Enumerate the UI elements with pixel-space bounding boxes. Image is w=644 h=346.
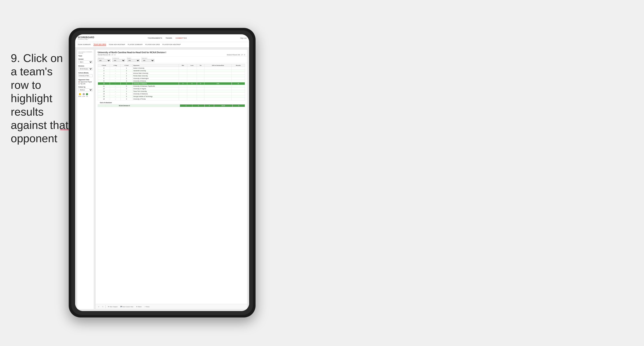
rank-cell: 6: [98, 75, 110, 77]
radio-top100[interactable]: Top 100: [78, 83, 92, 84]
reg-cell: -: [110, 85, 121, 87]
main-nav: TOURNAMENTS TEAMS COMMITTEE: [148, 37, 187, 39]
rounds-cell: [232, 90, 245, 93]
win-cell: [179, 90, 187, 93]
table-container: # Rank # Reg # Conf Opponent Win Loss Ti…: [96, 63, 247, 304]
diff-cell: [204, 77, 232, 80]
table-row[interactable]: 16-3University of Florida: [98, 98, 245, 100]
watch-button[interactable]: 👁 Watch: [135, 306, 142, 308]
win-cell: [179, 75, 187, 77]
sub-nav-player-summary[interactable]: PLAYER SUMMARY: [128, 44, 143, 46]
rank-cell: 2: [98, 67, 110, 69]
table-row[interactable]: 8-2University of Washington: [98, 77, 245, 80]
table-row[interactable]: 13-1Texas Tech University: [98, 90, 245, 93]
ood-diff: 26.00: [214, 104, 232, 107]
conf-cell: 3: [121, 87, 132, 90]
table-row[interactable]: 2-1Auburn University: [98, 67, 245, 69]
school-input[interactable]: [78, 74, 92, 77]
team-label: Team: [78, 55, 92, 57]
nav-tournaments[interactable]: TOURNAMENTS: [148, 37, 162, 39]
diff-cell: 2.61: [204, 82, 232, 85]
diff-cell: [204, 75, 232, 77]
instruction-body: Click on a team's row to highlight resul…: [11, 52, 68, 145]
opponents-filter-select[interactable]: (All): [98, 59, 110, 62]
table-row[interactable]: 15-4Georgia Institute of Technology: [98, 95, 245, 98]
view-original-button[interactable]: 👁 View: Original: [107, 306, 118, 308]
tie-cell: [197, 72, 204, 75]
reg-cell: -: [110, 95, 121, 98]
legend-up-dot: [86, 93, 88, 95]
out-of-division-row[interactable]: NCAA Division II 1 0 0 26.00 3: [98, 104, 245, 107]
sub-nav-player-h2h-heatmap[interactable]: PLAYER H2H HEATMAP: [162, 44, 181, 46]
opponent-cell: University of Alabama: [132, 82, 179, 85]
rank-cell: 10: [98, 82, 110, 85]
gender-select[interactable]: Men's: [78, 60, 92, 63]
col-rounds: Rounds: [232, 64, 245, 67]
diff-cell: [204, 87, 232, 90]
conference-filter-label: Conference: [112, 57, 125, 59]
table-row[interactable]: 12-3University of Virginia: [98, 87, 245, 90]
share-button[interactable]: ↗ Share: [144, 306, 150, 308]
loss-cell: [187, 75, 197, 77]
ood-reg: [106, 104, 112, 107]
overall-record-value: 89 - 17 - 0: [109, 54, 116, 55]
table-row[interactable]: 9-3University of Arizona: [98, 80, 245, 82]
sub-nav-team-summary[interactable]: TEAM SUMMARY: [78, 44, 91, 46]
sub-nav-player-h2h-grid[interactable]: PLAYER H2H GRID: [146, 44, 160, 46]
opponent-cell: Georgia Institute of Technology: [132, 95, 179, 98]
opponent-cell: Florida State University: [132, 75, 179, 77]
overall-record-label: Overall Record:: [98, 54, 108, 55]
colour-by-select[interactable]: Win/loss: [78, 88, 92, 91]
diff-cell: [204, 69, 232, 72]
tie-cell: [197, 75, 204, 77]
sign-out-button[interactable]: Sign out: [240, 37, 246, 39]
redo-button[interactable]: ↪: [101, 306, 104, 308]
region-filter-select[interactable]: (All): [127, 59, 140, 62]
radio-dot-opponents: [78, 81, 80, 83]
loss-cell: [187, 98, 197, 100]
rounds-cell: [232, 77, 245, 80]
logo-sub: Powered by clippi: [78, 39, 94, 40]
rank-cell: 12: [98, 87, 110, 90]
sub-nav-team-h2h-heatmap[interactable]: TEAM H2H HEATMAP: [109, 44, 125, 46]
rank-cell: 15: [98, 95, 110, 98]
nav-teams[interactable]: TEAMS: [166, 37, 172, 39]
sub-nav-team-h2h-grid[interactable]: TEAM H2H GRID: [94, 43, 106, 46]
nav-committee[interactable]: COMMITTEE: [176, 37, 187, 39]
tie-cell: [197, 95, 204, 98]
table-row[interactable]: 4-1Arizona State University: [98, 72, 245, 75]
colour-by-label: Colour by: [78, 86, 92, 88]
table-row[interactable]: 14-2University of Oklahoma: [98, 93, 245, 95]
loss-cell: [187, 77, 197, 80]
ood-name: NCAA Division II: [118, 104, 180, 107]
reg-cell: -: [110, 82, 121, 85]
reg-cell: -: [110, 69, 121, 72]
opponents-filter-label: Opponents:: [98, 57, 110, 59]
col-conf: # Conf: [121, 64, 132, 67]
ood-conf: [112, 104, 118, 107]
win-cell: [179, 77, 187, 80]
table-row[interactable]: 3-2Vanderbilt University: [98, 69, 245, 72]
table-row[interactable]: 10-5University of Alabama3002.618: [98, 82, 245, 85]
opponent-view-section: Opponent View Opponents Played Top 100: [78, 79, 92, 84]
radio-label-top100: Top 100: [80, 83, 85, 84]
division-select[interactable]: NCAA Division I: [78, 67, 92, 70]
save-custom-view-button[interactable]: 💾 Save Custom View: [120, 306, 134, 308]
undo-button[interactable]: ↩: [97, 306, 100, 308]
table-row[interactable]: 11-6University of Arkansas, Fayetteville: [98, 85, 245, 87]
rounds-cell: [232, 75, 245, 77]
logo-area: SCOREBOARD Powered by clippi: [78, 36, 94, 40]
reg-cell: -: [110, 90, 121, 93]
rank-cell: 8: [98, 77, 110, 80]
conference-filter-select[interactable]: (All): [112, 59, 125, 62]
content-panel: University of North Carolina Head-to-Hea…: [95, 49, 248, 309]
ood-rounds: 3: [232, 104, 245, 107]
diff-cell: [204, 67, 232, 69]
radio-dot-top100: [78, 83, 80, 84]
table-row[interactable]: 6-2Florida State University: [98, 75, 245, 77]
conf-cell: 1: [121, 72, 132, 75]
opponent-filter-select[interactable]: (All): [142, 59, 154, 62]
radio-opponents-played[interactable]: Opponents Played: [78, 81, 92, 83]
col-win: Win: [179, 64, 187, 67]
win-cell: [179, 69, 187, 72]
